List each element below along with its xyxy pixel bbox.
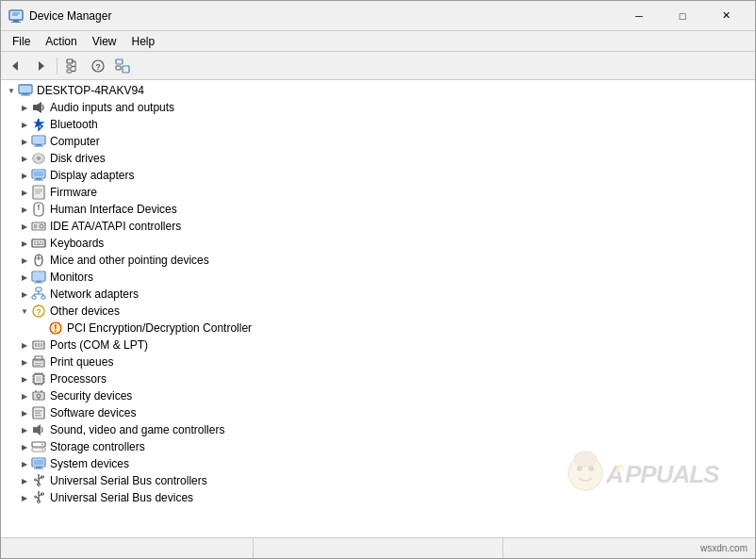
ports-expander	[18, 338, 31, 352]
other-label: Other devices	[50, 304, 120, 318]
security-icon	[31, 388, 46, 403]
disk-label: Disk drives	[50, 152, 106, 165]
tree-item-usb-dev[interactable]: Universal Serial Bus devices	[1, 489, 755, 506]
svg-rect-56	[40, 241, 41, 243]
svg-rect-65	[37, 281, 41, 283]
device-tree-button[interactable]	[62, 55, 85, 77]
usb-ctrl-icon	[31, 473, 46, 488]
svg-rect-86	[35, 363, 42, 364]
menu-view[interactable]: View	[85, 33, 124, 50]
svg-rect-64	[33, 272, 44, 280]
svg-point-136	[35, 496, 37, 498]
tree-item-other[interactable]: ? Other devices	[1, 303, 755, 320]
tree-item-monitors[interactable]: Monitors	[1, 269, 755, 286]
mice-label: Mice and other pointing devices	[50, 254, 209, 267]
tree-item-hid[interactable]: Human Interface Devices	[1, 201, 755, 218]
tree-item-usb-ctrl[interactable]: Universal Serial Bus controllers	[1, 472, 755, 489]
tree-item-ide[interactable]: IDE ATA/ATAPI controllers	[1, 218, 755, 235]
tree-item-system[interactable]: System devices	[1, 455, 755, 472]
status-middle	[254, 538, 502, 558]
tree-item-bluetooth[interactable]: Bluetooth	[1, 116, 755, 133]
tree-item-disk[interactable]: Disk drives	[1, 150, 755, 167]
tree-item-software[interactable]: Software devices	[1, 404, 755, 421]
print-icon	[31, 354, 46, 370]
pci-expander	[35, 321, 48, 335]
maximize-button[interactable]: □	[661, 1, 704, 31]
menu-help[interactable]: Help	[124, 33, 163, 50]
tree-root[interactable]: DESKTOP-4RAKV94	[1, 82, 755, 99]
svg-rect-66	[34, 283, 43, 284]
tree-item-computer[interactable]: Computer	[1, 133, 755, 150]
status-right: wsxdn.com	[503, 538, 751, 558]
tree-item-firmware[interactable]: Firmware	[1, 184, 755, 201]
network-label: Network adapters	[50, 288, 139, 301]
svg-point-117	[41, 444, 43, 446]
svg-rect-87	[35, 365, 41, 366]
tree-item-keyboard[interactable]: Keyboards	[1, 235, 755, 252]
monitors-label: Monitors	[50, 271, 93, 284]
svg-rect-81	[38, 343, 40, 347]
close-button[interactable]: ✕	[704, 1, 748, 31]
mice-icon	[31, 253, 46, 268]
tree-item-security[interactable]: Security devices	[1, 387, 755, 404]
computer-icon	[18, 83, 33, 98]
forward-button[interactable]	[29, 55, 52, 77]
device-tree[interactable]: DESKTOP-4RAKV94 Audio inputs and outputs	[1, 80, 755, 537]
bluetooth-label: Bluetooth	[50, 118, 98, 131]
usb-dev-icon	[31, 490, 46, 505]
svg-rect-67	[36, 288, 41, 291]
software-icon	[31, 405, 46, 420]
tree-item-ports[interactable]: Ports (COM & LPT)	[1, 337, 755, 353]
svg-rect-30	[34, 146, 43, 147]
tree-item-sound[interactable]: Sound, video and game controllers	[1, 421, 755, 438]
svg-marker-7	[39, 61, 44, 71]
tree-item-pci[interactable]: ! PCI Encryption/Decryption Controller	[1, 320, 755, 337]
help-button[interactable]: ?	[87, 55, 109, 77]
tree-item-processors[interactable]: Processors	[1, 370, 755, 387]
svg-marker-6	[12, 61, 18, 71]
tree-item-network[interactable]: Network adapters	[1, 286, 755, 303]
svg-rect-37	[36, 178, 41, 180]
svg-rect-68	[32, 296, 36, 299]
toolbar-separator-1	[57, 58, 58, 74]
minimize-button[interactable]: ─	[617, 1, 661, 31]
menu-bar: File Action View Help	[1, 31, 755, 52]
back-button[interactable]	[5, 55, 27, 77]
tree-item-display[interactable]: Display adapters	[1, 167, 755, 184]
svg-rect-18	[116, 59, 123, 64]
menu-action[interactable]: Action	[38, 33, 84, 50]
storage-icon	[31, 439, 46, 454]
ports-icon	[31, 337, 46, 353]
tree-item-print[interactable]: Print queues	[1, 353, 755, 370]
tree-item-mice[interactable]: Mice and other pointing devices	[1, 252, 755, 269]
svg-rect-50	[34, 224, 37, 228]
audio-label: Audio inputs and outputs	[50, 101, 174, 114]
tree-item-audio[interactable]: Audio inputs and outputs	[1, 99, 755, 116]
svg-rect-25	[33, 105, 37, 110]
software-label: Software devices	[50, 406, 136, 419]
pci-label: PCI Encryption/Decryption Controller	[67, 321, 252, 335]
ide-expander	[18, 220, 31, 233]
root-expander	[5, 84, 18, 97]
tree-item-storage[interactable]: Storage controllers	[1, 438, 755, 455]
svg-rect-54	[34, 241, 36, 243]
svg-rect-1	[13, 20, 19, 22]
storage-label: Storage controllers	[50, 440, 145, 453]
svg-rect-59	[37, 244, 41, 246]
root-label: DESKTOP-4RAKV94	[37, 84, 144, 97]
toolbar: ?	[1, 52, 755, 80]
scan-button[interactable]	[111, 55, 134, 77]
usb-ctrl-label: Universal Serial Bus controllers	[50, 474, 207, 487]
monitors-expander	[18, 271, 31, 284]
svg-rect-60	[41, 244, 44, 246]
svg-rect-57	[42, 241, 44, 243]
menu-file[interactable]: File	[5, 33, 38, 50]
security-label: Security devices	[50, 389, 132, 403]
processors-label: Processors	[50, 372, 107, 386]
svg-rect-10	[67, 70, 72, 73]
svg-rect-110	[35, 410, 42, 412]
svg-rect-24	[21, 95, 30, 96]
computer-label: Computer	[50, 135, 100, 148]
software-expander	[18, 406, 31, 419]
app-icon	[8, 8, 24, 24]
